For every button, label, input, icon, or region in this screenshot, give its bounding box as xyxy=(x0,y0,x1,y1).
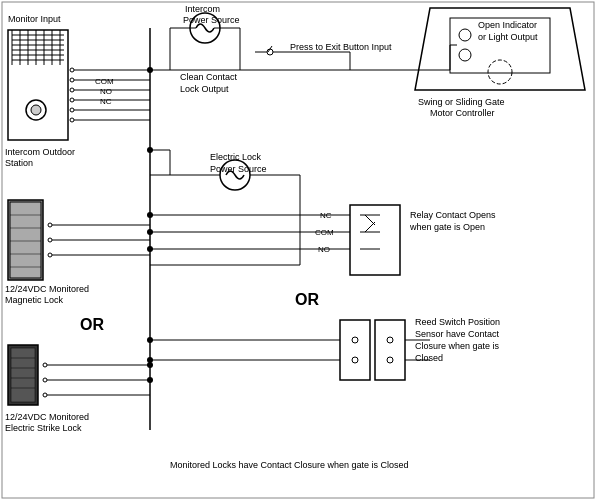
swing-gate-label: Swing or Sliding Gate xyxy=(418,97,505,107)
com-label1: COM xyxy=(95,77,114,86)
svg-point-105 xyxy=(147,246,153,252)
press-to-exit-label: Press to Exit Button Input xyxy=(290,42,392,52)
magnetic-lock-label2: Magnetic Lock xyxy=(5,295,64,305)
open-indicator-label: Open Indicator xyxy=(478,20,537,30)
clean-contact-label: Clean Contact xyxy=(180,72,238,82)
nc-label1: NC xyxy=(100,97,112,106)
electric-strike-label: 12/24VDC Monitored xyxy=(5,412,89,422)
wiring-diagram: Monitor Input Intercom Outdoor Station I… xyxy=(0,0,596,500)
magnetic-lock-label: 12/24VDC Monitored xyxy=(5,284,89,294)
monitor-input-label: Monitor Input xyxy=(8,14,61,24)
open-indicator-label2: or Light Output xyxy=(478,32,538,42)
clean-contact-label2: Lock Output xyxy=(180,84,229,94)
svg-point-103 xyxy=(147,212,153,218)
or-label-left: OR xyxy=(80,316,104,333)
reed-switch-label: Reed Switch Position xyxy=(415,317,500,327)
intercom-outdoor-label: Intercom Outdoor xyxy=(5,147,75,157)
intercom-outdoor-label2: Station xyxy=(5,158,33,168)
svg-rect-66 xyxy=(340,320,370,380)
electric-strike-label2: Electric Strike Lock xyxy=(5,423,82,433)
reed-switch-label4: Closed xyxy=(415,353,443,363)
relay-contact-label2: when gate is Open xyxy=(409,222,485,232)
electric-lock-label: Electric Lock xyxy=(210,152,262,162)
or-label-middle: OR xyxy=(295,291,319,308)
reed-switch-label3: Closure when gate is xyxy=(415,341,500,351)
no-label1: NO xyxy=(100,87,112,96)
swing-gate-label2: Motor Controller xyxy=(430,108,495,118)
svg-point-16 xyxy=(31,105,41,115)
svg-rect-67 xyxy=(375,320,405,380)
relay-contact-label: Relay Contact Opens xyxy=(410,210,496,220)
svg-rect-1 xyxy=(8,30,68,140)
electric-lock-label2: Power Source xyxy=(210,164,267,174)
reed-switch-label2: Sensor have Contact xyxy=(415,329,500,339)
intercom-power-label: Intercom xyxy=(185,4,220,14)
monitored-locks-note: Monitored Locks have Contact Closure whe… xyxy=(170,460,409,470)
svg-rect-77 xyxy=(10,202,41,278)
svg-rect-90 xyxy=(11,348,35,402)
svg-point-102 xyxy=(147,147,153,153)
svg-point-106 xyxy=(147,337,153,343)
svg-point-109 xyxy=(147,377,153,383)
intercom-power-label2: Power Source xyxy=(183,15,240,25)
svg-point-104 xyxy=(147,229,153,235)
svg-point-101 xyxy=(147,67,153,73)
svg-point-108 xyxy=(147,362,153,368)
